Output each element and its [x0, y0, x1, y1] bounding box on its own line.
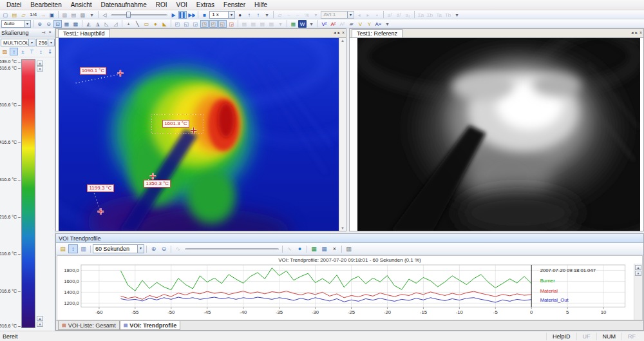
play-icon[interactable]: ▶ [169, 11, 178, 19]
toolbar-overflow-icon[interactable]: ▾ [453, 11, 461, 19]
scale-range-icon[interactable]: ↕ [10, 48, 18, 55]
image-window-icon[interactable]: ▦ [62, 20, 71, 28]
roi-delete-icon[interactable]: ◲ [191, 20, 200, 28]
menu-voi[interactable]: VOI [171, 1, 191, 9]
pin-icon[interactable]: ⊤ [39, 29, 46, 36]
scale-auto-icon[interactable]: ± [19, 48, 27, 55]
scroll-right-icon[interactable]: ▸ [337, 30, 340, 35]
prev-marker-icon[interactable]: − [285, 11, 293, 19]
palette-icon[interactable]: ▨ [1, 48, 9, 55]
avi-combo[interactable]: AVI:1▾ [321, 11, 354, 19]
cursor-pick-icon[interactable]: ∿ [285, 244, 294, 253]
tab-hauptbild[interactable]: Test1: Hauptbild [58, 29, 110, 37]
toolbar-overflow-icon[interactable]: ▾ [383, 20, 392, 28]
voi-from-roi-icon[interactable]: ◳ [200, 20, 209, 28]
avi-next-icon[interactable]: ▸ [364, 11, 372, 19]
tara-b-icon[interactable]: Tb [444, 11, 452, 19]
voi-add-icon[interactable]: ◲ [227, 20, 236, 28]
position-slider[interactable] [109, 11, 169, 19]
chevron-down-icon[interactable]: ▾ [28, 39, 35, 46]
avi-stop-icon[interactable]: ▪ [373, 11, 381, 19]
zoom-out-icon[interactable]: ⊖ [44, 20, 53, 28]
avi-prev-icon[interactable]: ◂ [355, 11, 363, 19]
snapshot-icon[interactable]: ▱ [276, 11, 284, 19]
next-image-icon[interactable]: → [39, 11, 47, 19]
toolbar-overflow-icon[interactable]: ▾ [307, 20, 316, 28]
zoom-in-icon[interactable]: ⊕ [35, 20, 44, 28]
trend-tab-voi-liste-gesamt[interactable]: ▤VOI-Liste: Gesamt [58, 321, 120, 330]
palette-combo[interactable]: MULTICOLOR ▾ [1, 39, 35, 46]
zoom-time-out-icon[interactable]: ⊖ [159, 244, 169, 253]
roi-polygon-icon[interactable]: ◣ [160, 20, 169, 28]
print-chart-icon[interactable]: ▥ [344, 244, 354, 253]
scroll-left-icon[interactable]: ◂ [631, 30, 634, 35]
new-report-icon[interactable]: ▢ [1, 11, 10, 19]
area-remove-icon[interactable]: A× [374, 20, 383, 28]
menu-extras[interactable]: Extras [192, 1, 219, 9]
export-word-icon[interactable]: W [298, 20, 307, 28]
scale-manual-icon[interactable]: ⊤ [28, 48, 36, 55]
print-image-icon[interactable]: ▥ [79, 11, 87, 19]
area-inactive-icon[interactable]: A² [338, 20, 346, 28]
close-icon[interactable]: × [639, 30, 642, 35]
profile-settings-icon[interactable]: ▥ [79, 244, 88, 253]
zoom-time-in-icon[interactable]: ⊕ [149, 244, 158, 253]
menu-ansicht[interactable]: Ansicht [66, 1, 97, 9]
delete-curve-icon[interactable]: × [330, 244, 339, 253]
roi-rectangle-icon[interactable]: ▭ [142, 20, 151, 28]
cursor-mode-icon[interactable]: ∿ [173, 244, 183, 253]
export-excel-icon[interactable]: ▦ [289, 20, 298, 28]
export-excel-icon[interactable]: ▦ [309, 244, 319, 253]
group-tool-icon[interactable]: ▦ [249, 20, 258, 28]
flip-vertical-icon[interactable]: ◿ [111, 20, 120, 28]
fast-forward-icon[interactable]: ▶▶ [187, 11, 196, 19]
next-marker-icon[interactable]: − [294, 11, 302, 19]
group-tool-icon[interactable]: ▦ [240, 20, 249, 28]
sigma-b-icon[interactable]: Σb [426, 11, 434, 19]
trend-chart[interactable]: -60-55-50-45-40-35-30-25-20-15-10-505101… [57, 264, 634, 320]
chevron-down-icon[interactable]: ▾ [347, 12, 354, 18]
close-icon[interactable]: × [46, 29, 53, 36]
roi-line-icon[interactable]: ╲ [133, 20, 142, 28]
formula-sub-icon[interactable]: a₂ [404, 11, 412, 19]
position-slider-thumb[interactable] [126, 12, 131, 18]
toolbar-overflow-icon[interactable]: ▾ [88, 11, 96, 19]
pause-icon[interactable]: ▌▌ [178, 11, 187, 19]
roi-ellipse-icon[interactable]: ● [151, 20, 160, 28]
stop-icon[interactable]: ■ [200, 11, 209, 19]
color-scale-bar[interactable] [21, 59, 35, 328]
scroll-up-icon[interactable]: ▲ [341, 39, 345, 43]
show-table-icon[interactable]: ▦ [319, 244, 329, 253]
tab-referenz[interactable]: Test1: Referenz [352, 29, 402, 37]
step-back-icon[interactable]: ↑ [245, 11, 253, 19]
image-full-icon[interactable]: ▩ [71, 20, 80, 28]
menu-roi[interactable]: ROI [151, 1, 172, 9]
scale-min-down-button[interactable]: ▼ [37, 322, 43, 327]
chart-scroll-down-icon[interactable]: ▼ [635, 271, 641, 276]
toolbar-overflow-icon[interactable]: ▾ [276, 20, 285, 28]
levels-combo[interactable]: 256 ▾ [36, 39, 55, 46]
reference-image[interactable] [357, 38, 640, 231]
interval-combo[interactable]: 60 Sekunden▾ [93, 244, 144, 253]
voi-outside-icon[interactable]: ◱ [218, 20, 227, 28]
time-slider[interactable] [184, 245, 280, 253]
menu-fenster[interactable]: Fenster [219, 1, 250, 9]
online-icon[interactable]: ● [295, 244, 305, 253]
speed-combo[interactable]: 1 x▾ [209, 11, 235, 19]
voi-check-icon[interactable]: V [356, 20, 365, 28]
scaling-mode-combo[interactable]: Auto▾ [1, 20, 31, 28]
thermal-image[interactable]: 1090.1 °C1601.3 °C1350.3 °C1199.3 °C [59, 38, 339, 231]
scale-max-down-button[interactable]: ▼ [37, 66, 43, 72]
percent-icon[interactable]: % [303, 11, 311, 19]
chevron-down-icon[interactable]: ▾ [48, 39, 54, 46]
histogram-icon[interactable]: ▰ [347, 20, 355, 28]
rotate-left-icon[interactable]: ◭ [84, 20, 93, 28]
voi-list-icon[interactable]: ▤ [58, 244, 68, 253]
zoom-fit-icon[interactable]: ⊡ [53, 20, 62, 28]
roi-move-icon[interactable]: ◱ [182, 20, 191, 28]
voi-inside-icon[interactable]: ◰ [209, 20, 218, 28]
scale-max-up-button[interactable]: ▲ [37, 61, 43, 66]
voi-squared-icon[interactable]: V² [320, 20, 328, 28]
chevron-down-icon[interactable]: ▾ [24, 21, 30, 27]
voi-flag-icon[interactable]: Y [365, 20, 374, 28]
